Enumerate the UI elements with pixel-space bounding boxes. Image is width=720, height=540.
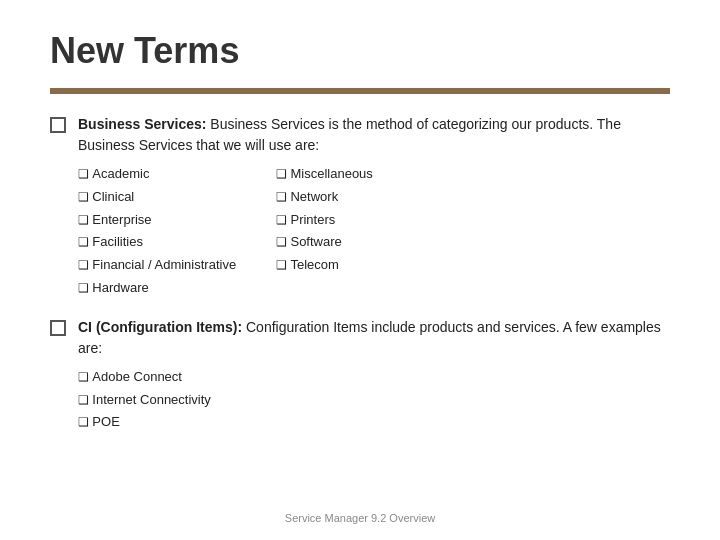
ci-text: CI (Configuration Items): Configuration … xyxy=(78,317,670,359)
section-ci: CI (Configuration Items): Configuration … xyxy=(50,317,670,433)
business-services-text: Business Services: Business Services is … xyxy=(78,114,670,156)
list-item: Financial / Administrative xyxy=(78,255,236,276)
accent-bar xyxy=(50,88,670,94)
section-business-services-content: Business Services: Business Services is … xyxy=(78,114,670,299)
list-item: Internet Connectivity xyxy=(78,390,211,411)
business-services-items-right: Miscellaneous Network Printers Software … xyxy=(276,164,373,299)
ci-items-left: Adobe Connect Internet Connectivity POE xyxy=(78,367,211,433)
checkbox-ci xyxy=(50,320,66,336)
list-item: Clinical xyxy=(78,187,236,208)
list-item: Enterprise xyxy=(78,210,236,231)
list-item: Telecom xyxy=(276,255,373,276)
ci-bold-label: CI (Configuration Items): xyxy=(78,319,242,335)
page-title: New Terms xyxy=(50,30,670,72)
checkbox-business-services xyxy=(50,117,66,133)
page: New Terms Business Services: Business Se… xyxy=(0,0,720,540)
business-services-bold-label: Business Services: xyxy=(78,116,206,132)
section-ci-content: CI (Configuration Items): Configuration … xyxy=(78,317,670,433)
list-item: Network xyxy=(276,187,373,208)
section-business-services: Business Services: Business Services is … xyxy=(50,114,670,299)
list-item: Adobe Connect xyxy=(78,367,211,388)
list-item: Academic xyxy=(78,164,236,185)
list-item: Hardware xyxy=(78,278,236,299)
list-item: Software xyxy=(276,232,373,253)
footer-text: Service Manager 9.2 Overview xyxy=(285,512,435,524)
business-services-items-grid: Academic Clinical Enterprise Facilities … xyxy=(78,164,670,299)
ci-items-grid: Adobe Connect Internet Connectivity POE xyxy=(78,367,670,433)
list-item: Printers xyxy=(276,210,373,231)
business-services-items-left: Academic Clinical Enterprise Facilities … xyxy=(78,164,236,299)
list-item: Miscellaneous xyxy=(276,164,373,185)
list-item: POE xyxy=(78,412,211,433)
list-item: Facilities xyxy=(78,232,236,253)
